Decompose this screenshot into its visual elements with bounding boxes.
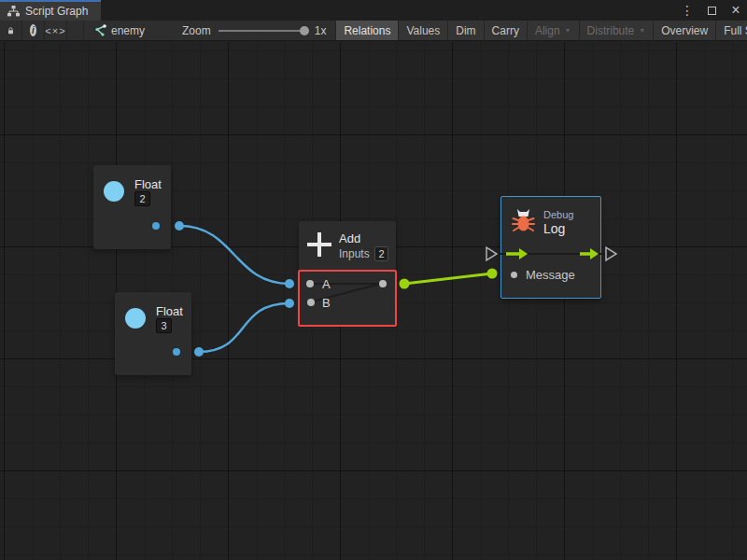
float-value-input[interactable]: 2: [134, 191, 150, 206]
connection-add-to-message: [404, 273, 492, 284]
output-port-sum[interactable]: [379, 280, 387, 287]
node-add-body[interactable]: A B: [298, 270, 397, 327]
dim-button[interactable]: Dim: [448, 21, 484, 40]
code-view-button[interactable]: <×>: [45, 21, 67, 40]
lock-icon: [7, 25, 14, 36]
inputs-count-input[interactable]: 2: [374, 246, 388, 261]
node-title: Log: [543, 221, 565, 236]
distribute-dropdown[interactable]: Distribute▼: [580, 21, 655, 40]
zoom-slider[interactable]: [218, 26, 307, 35]
relations-button[interactable]: Relations: [336, 21, 399, 40]
graph-breadcrumb[interactable]: enemy: [84, 21, 154, 40]
float-literal-icon: [125, 308, 146, 329]
node-float-1[interactable]: Float 2: [93, 165, 171, 249]
float-literal-icon: [104, 181, 124, 202]
node-category: Debug: [543, 209, 573, 220]
node-add-header[interactable]: Add Inputs 2: [299, 221, 396, 271]
info-button[interactable]: i: [22, 21, 45, 40]
overview-button[interactable]: Overview: [654, 21, 716, 40]
tab-label: Script Graph: [25, 5, 88, 18]
values-button[interactable]: Values: [399, 21, 448, 40]
output-port[interactable]: [152, 222, 160, 230]
port-b-label: B: [322, 296, 331, 310]
carry-button[interactable]: Carry: [485, 21, 528, 40]
graph-canvas[interactable]: Float 2 Float 3 Add Inputs 2 A B: [0, 42, 747, 560]
node-title: Float: [156, 304, 183, 318]
add-icon: [307, 232, 331, 257]
input-port-b[interactable]: [307, 299, 315, 306]
code-icon: <×>: [45, 25, 65, 36]
input-port-message[interactable]: [511, 272, 517, 278]
zoom-label: Zoom: [182, 24, 211, 37]
inputs-label: Inputs: [339, 247, 370, 260]
title-bar: Script Graph ⋮ ×: [0, 0, 747, 21]
align-dropdown[interactable]: Align▼: [528, 21, 580, 40]
zoom-value: 1x: [315, 24, 327, 37]
output-port[interactable]: [173, 348, 180, 356]
node-float-2[interactable]: Float 3: [115, 292, 191, 375]
fullscreen-button[interactable]: Full Screen: [716, 21, 747, 40]
flow-port-right-icon: [606, 247, 616, 260]
bug-icon: [512, 208, 535, 232]
input-port-a[interactable]: [306, 280, 314, 287]
zoom-control: Zoom 1x: [173, 21, 336, 40]
script-graph-icon: [7, 6, 20, 17]
window-menu-icon[interactable]: ⋮: [680, 3, 695, 18]
float-value-input[interactable]: 3: [156, 318, 172, 333]
flow-port-left-icon: [486, 247, 497, 260]
graph-toolbar: i <×> enemy Zoom 1x Relations Values Dim…: [0, 21, 747, 41]
lock-button[interactable]: [0, 21, 22, 40]
graph-name: enemy: [111, 24, 145, 37]
window-close-icon[interactable]: ×: [728, 3, 743, 18]
node-title: Add: [339, 231, 360, 245]
port-a-label: A: [322, 277, 331, 291]
window-maximize-icon[interactable]: [704, 3, 719, 18]
connection-float2-to-b: [199, 303, 289, 352]
node-debug-log[interactable]: Debug Log Message: [500, 196, 601, 299]
window-controls: ⋮ ×: [680, 0, 743, 21]
connection-float1-to-a: [179, 226, 289, 284]
tab-script-graph[interactable]: Script Graph: [0, 0, 101, 21]
zoom-slider-handle[interactable]: [300, 26, 309, 35]
chevron-down-icon: ▼: [639, 27, 645, 34]
info-icon: i: [30, 24, 36, 36]
graph-asset-icon: [93, 24, 106, 36]
node-title: Float: [134, 177, 162, 191]
message-port-label: Message: [526, 268, 575, 282]
chevron-down-icon: ▼: [565, 27, 571, 34]
